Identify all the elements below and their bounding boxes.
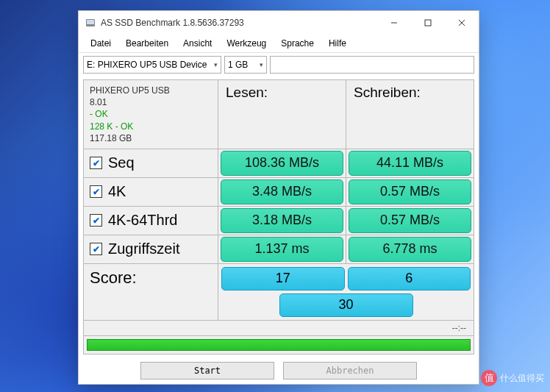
- maximize-button[interactable]: [411, 11, 445, 35]
- checkbox-4k[interactable]: ✔: [90, 185, 102, 198]
- menu-sprache[interactable]: Sprache: [274, 37, 321, 50]
- device-fw: 8.01: [90, 96, 212, 108]
- header-write: Schreiben:: [346, 80, 474, 149]
- row-score: Score: 17 6 30: [84, 264, 474, 321]
- status-textbox[interactable]: [270, 56, 474, 74]
- 4k64-read: 3.18 MB/s: [221, 208, 343, 233]
- label-score: Score:: [84, 264, 218, 320]
- 4k64-write: 0.57 MB/s: [349, 208, 471, 233]
- minimize-button[interactable]: [377, 11, 411, 35]
- app-window: AS SSD Benchmark 1.8.5636.37293 Datei Be…: [78, 10, 479, 385]
- menubar: Datei Bearbeiten Ansicht Werkzeug Sprach…: [79, 35, 479, 53]
- device-info: PHIXERO UP5 USB 8.01 - OK 128 K - OK 117…: [84, 80, 218, 149]
- device-align: 128 K - OK: [90, 121, 212, 132]
- row-seq: ✔Seq 108.36 MB/s 44.11 MB/s: [84, 149, 474, 178]
- seq-read: 108.36 MB/s: [221, 151, 343, 176]
- score-write: 6: [348, 267, 471, 291]
- watermark: 值 什么值得买: [481, 370, 544, 386]
- access-read: 1.137 ms: [221, 237, 343, 262]
- row-4k: ✔4K 3.48 MB/s 0.57 MB/s: [84, 178, 474, 207]
- svg-rect-3: [425, 20, 431, 26]
- 4k-read: 3.48 MB/s: [221, 179, 343, 204]
- close-button[interactable]: [445, 11, 479, 35]
- chevron-down-icon: ▾: [260, 61, 263, 68]
- header-read: Lesen:: [218, 80, 346, 149]
- label-4k64: 4K-64Thrd: [108, 212, 178, 229]
- elapsed-time: --:--: [452, 323, 466, 333]
- progress-bar: [87, 339, 471, 351]
- score-total: 30: [279, 293, 413, 317]
- score-read: 17: [221, 267, 345, 291]
- chevron-down-icon: ▾: [214, 61, 218, 68]
- 4k-write: 0.57 MB/s: [349, 179, 471, 204]
- device-status: - OK: [90, 108, 212, 120]
- titlebar[interactable]: AS SSD Benchmark 1.8.5636.37293: [79, 11, 479, 35]
- svg-rect-1: [87, 20, 94, 24]
- row-access: ✔Zugriffszeit 1.137 ms 6.778 ms: [84, 235, 474, 264]
- device-name: PHIXERO UP5 USB: [90, 85, 212, 96]
- menu-werkzeug[interactable]: Werkzeug: [219, 37, 274, 50]
- menu-bearbeiten[interactable]: Bearbeiten: [118, 37, 176, 50]
- menu-datei[interactable]: Datei: [83, 37, 118, 50]
- watermark-icon: 值: [481, 370, 497, 386]
- row-4k64: ✔4K-64Thrd 3.18 MB/s 0.57 MB/s: [84, 207, 474, 235]
- watermark-text: 什么值得买: [500, 372, 544, 385]
- window-title: AS SSD Benchmark 1.8.5636.37293: [101, 18, 377, 28]
- checkbox-access[interactable]: ✔: [90, 243, 102, 255]
- app-icon: [85, 17, 96, 29]
- access-write: 6.778 ms: [349, 237, 471, 262]
- abort-button: Abbrechen: [283, 362, 417, 379]
- checkbox-seq[interactable]: ✔: [90, 157, 102, 169]
- seq-write: 44.11 MB/s: [349, 151, 471, 176]
- menu-ansicht[interactable]: Ansicht: [176, 37, 219, 50]
- toolbar: E: PHIXERO UP5 USB Device ▾ 1 GB ▾: [79, 53, 479, 76]
- menu-hilfe[interactable]: Hilfe: [321, 37, 354, 50]
- drive-select[interactable]: E: PHIXERO UP5 USB Device ▾: [83, 56, 221, 74]
- label-seq: Seq: [108, 154, 135, 171]
- checkbox-4k64[interactable]: ✔: [90, 214, 102, 227]
- device-capacity: 117.18 GB: [90, 132, 212, 144]
- size-select-value: 1 GB: [228, 60, 248, 70]
- size-select[interactable]: 1 GB ▾: [224, 56, 267, 74]
- results-panel: PHIXERO UP5 USB 8.01 - OK 128 K - OK 117…: [83, 79, 474, 354]
- label-4k: 4K: [108, 183, 126, 200]
- start-button[interactable]: Start: [140, 362, 274, 379]
- label-access: Zugriffszeit: [108, 240, 179, 257]
- drive-select-value: E: PHIXERO UP5 USB Device: [87, 60, 207, 70]
